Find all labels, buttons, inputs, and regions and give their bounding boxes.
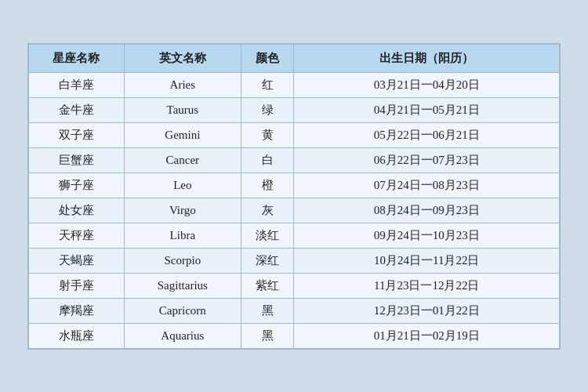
cell-english-name: Libra [124,223,241,248]
cell-english-name: Aries [124,72,241,97]
cell-color: 橙 [241,172,294,198]
cell-date: 10月24日一11月22日 [294,248,560,273]
cell-color: 紫红 [241,273,294,298]
cell-date: 05月22日一06月21日 [294,122,560,147]
header-color: 颜色 [241,44,294,72]
cell-chinese-name: 水瓶座 [29,323,125,348]
cell-date: 08月24日一09月23日 [294,198,560,223]
cell-color: 灰 [241,198,294,223]
cell-chinese-name: 巨蟹座 [29,147,125,172]
cell-date: 09月24日一10月23日 [294,223,560,248]
cell-color: 白 [241,147,294,172]
cell-color: 黑 [241,298,294,323]
header-english-name: 英文名称 [124,44,241,72]
cell-chinese-name: 处女座 [29,198,125,223]
cell-date: 11月23日一12月22日 [294,273,560,298]
cell-english-name: Cancer [124,147,241,172]
cell-date: 12月23日一01月22日 [294,298,560,323]
cell-color: 深红 [241,248,294,273]
cell-english-name: Capricorn [124,298,241,323]
zodiac-table: 星座名称 英文名称 颜色 出生日期（阳历） 白羊座Aries红03月21日一04… [28,44,560,349]
cell-color: 绿 [241,97,294,122]
cell-chinese-name: 狮子座 [29,172,125,198]
table-row: 白羊座Aries红03月21日一04月20日 [29,72,560,97]
header-date: 出生日期（阳历） [294,44,560,72]
cell-english-name: Sagittarius [124,273,241,298]
table-row: 巨蟹座Cancer白06月22日一07月23日 [29,147,560,172]
cell-english-name: Gemini [124,122,241,147]
table-row: 处女座Virgo灰08月24日一09月23日 [29,198,560,223]
cell-date: 01月21日一02月19日 [294,323,560,348]
cell-chinese-name: 双子座 [29,122,125,147]
cell-chinese-name: 摩羯座 [29,298,125,323]
table-row: 天秤座Libra淡红09月24日一10月23日 [29,223,560,248]
table-row: 狮子座Leo橙07月24日一08月23日 [29,172,560,198]
cell-english-name: Aquarius [124,323,241,348]
cell-date: 07月24日一08月23日 [294,172,560,198]
cell-english-name: Virgo [124,198,241,223]
header-chinese-name: 星座名称 [29,44,125,72]
cell-color: 红 [241,72,294,97]
table-header-row: 星座名称 英文名称 颜色 出生日期（阳历） [29,44,560,72]
cell-chinese-name: 射手座 [29,273,125,298]
cell-chinese-name: 白羊座 [29,72,125,97]
table-row: 水瓶座Aquarius黑01月21日一02月19日 [29,323,560,348]
table-row: 摩羯座Capricorn黑12月23日一01月22日 [29,298,560,323]
cell-english-name: Scorpio [124,248,241,273]
cell-chinese-name: 金牛座 [29,97,125,122]
cell-color: 淡红 [241,223,294,248]
cell-date: 04月21日一05月21日 [294,97,560,122]
cell-chinese-name: 天蝎座 [29,248,125,273]
zodiac-table-container: 星座名称 英文名称 颜色 出生日期（阳历） 白羊座Aries红03月21日一04… [27,43,561,350]
cell-english-name: Leo [124,172,241,198]
table-row: 双子座Gemini黄05月22日一06月21日 [29,122,560,147]
cell-chinese-name: 天秤座 [29,223,125,248]
cell-date: 06月22日一07月23日 [294,147,560,172]
table-row: 天蝎座Scorpio深红10月24日一11月22日 [29,248,560,273]
cell-color: 黑 [241,323,294,348]
table-row: 金牛座Taurus绿04月21日一05月21日 [29,97,560,122]
cell-english-name: Taurus [124,97,241,122]
table-row: 射手座Sagittarius紫红11月23日一12月22日 [29,273,560,298]
cell-color: 黄 [241,122,294,147]
cell-date: 03月21日一04月20日 [294,72,560,97]
